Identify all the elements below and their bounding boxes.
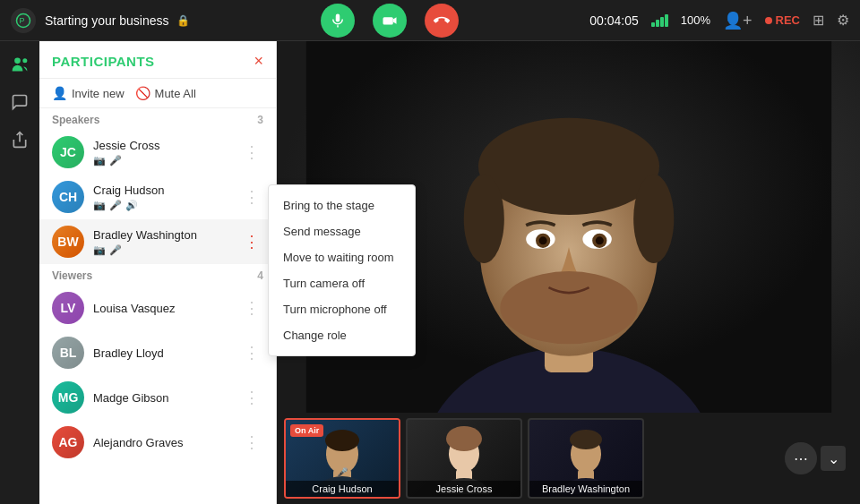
nav-chat-icon[interactable]	[4, 86, 36, 118]
call-timer: 00:04:05	[589, 13, 639, 28]
participant-craig-hudson[interactable]: CH Craig Hudson 📷 🎤 🔊 ⋮	[39, 175, 276, 219]
participant-more-button[interactable]: ⋮	[240, 429, 263, 456]
participant-bradley-washington[interactable]: BW Bradley Washington 📷 🎤 ⋮	[39, 219, 276, 264]
thumbnail-bradley-washington[interactable]: Bradley Washington	[528, 418, 644, 499]
layout-icon[interactable]: ⊞	[813, 12, 824, 29]
svg-point-15	[633, 175, 674, 263]
rec-label: REC	[776, 13, 800, 27]
participant-info-jessie: Jessie Cross 📷 🎤	[93, 139, 240, 167]
svg-point-7	[22, 58, 27, 63]
avatar-madge-gibson: MG	[52, 381, 84, 414]
thumbnail-label-bradley-w: Bradley Washington	[529, 481, 642, 497]
battery-level: 100%	[681, 13, 710, 27]
recording-indicator: REC	[765, 13, 800, 27]
viewers-count: 4	[257, 269, 263, 282]
svg-point-20	[538, 236, 546, 244]
mic-control-button[interactable]	[321, 4, 355, 38]
participant-list: Speakers 3 JC Jessie Cross 📷 🎤	[39, 108, 276, 504]
participant-info-madge: Madge Gibson	[93, 391, 240, 405]
lock-icon: 🔒	[176, 14, 190, 27]
context-turn-camera-off[interactable]: Turn camera off	[269, 270, 415, 296]
nav-share-icon[interactable]	[4, 124, 36, 156]
participant-more-button[interactable]: ⋮	[240, 339, 263, 366]
participant-name: Bradley Lloyd	[93, 346, 240, 360]
participant-more-button[interactable]: ⋮	[240, 139, 263, 166]
avatar-bradley-washington: BW	[52, 226, 84, 258]
mic-icon: 🎤	[109, 244, 122, 256]
mute-icon: 🚫	[135, 86, 150, 100]
participant-more-button[interactable]: ⋮	[240, 384, 263, 411]
thumbnail-craig-hudson[interactable]: On Air 🎤 Craig Hudson	[284, 418, 400, 499]
avatar-alejandro-graves: AG	[52, 426, 84, 458]
top-bar: P Starting your business 🔒 00:04:05 100%	[0, 0, 860, 41]
context-send-message[interactable]: Send message	[269, 218, 415, 244]
mic-icon: 🎤	[109, 200, 122, 211]
speakers-count: 3	[257, 114, 263, 126]
participant-controls: 📷 🎤	[93, 155, 240, 167]
cam-icon: 📷	[93, 155, 106, 167]
end-call-button[interactable]	[425, 4, 459, 38]
participant-alejandro-graves[interactable]: AG Alejandro Graves ⋮	[39, 420, 276, 465]
participant-more-button[interactable]: ⋮	[240, 295, 263, 321]
participant-more-button[interactable]: ⋮	[240, 184, 263, 210]
participant-name: Louisa Vasquez	[93, 302, 240, 315]
participant-info-bradley: Bradley Washington 📷 🎤	[93, 228, 240, 256]
thumbnail-jessie-cross[interactable]: Jessie Cross	[406, 418, 522, 499]
participant-jessie-cross[interactable]: JC Jessie Cross 📷 🎤 ⋮	[39, 130, 276, 175]
participant-info-bradley-lloyd: Bradley Lloyd	[93, 346, 240, 360]
thumbnail-expand-button[interactable]: ⌄	[821, 446, 846, 471]
participant-info-louisa: Louisa Vasquez	[93, 302, 240, 315]
participant-context-menu: Bring to the stage Send message Move to …	[268, 184, 416, 356]
participant-name: Jessie Cross	[93, 139, 240, 152]
participant-more-button-active[interactable]: ⋮	[240, 228, 263, 255]
participant-controls: 📷 🎤	[93, 244, 240, 256]
participant-bradley-lloyd[interactable]: BL Bradley Lloyd ⋮	[39, 330, 276, 375]
svg-point-21	[595, 236, 603, 244]
participant-name: Craig Hudson	[93, 184, 240, 197]
context-change-role[interactable]: Change role	[269, 322, 415, 348]
context-bring-to-stage[interactable]: Bring to the stage	[269, 192, 415, 218]
avatar-jessie-cross: JC	[52, 136, 84, 168]
svg-text:P: P	[20, 16, 25, 25]
left-nav	[0, 41, 39, 504]
mute-all-label: Mute All	[155, 87, 196, 100]
viewers-label: Viewers	[52, 269, 92, 282]
nav-participants-icon[interactable]	[4, 48, 36, 81]
context-move-waiting-room[interactable]: Move to waiting room	[269, 244, 415, 270]
cam-icon: 📷	[93, 200, 106, 211]
sidebar-close-button[interactable]: ×	[254, 52, 263, 71]
invite-button[interactable]: 👤 Invite new	[52, 86, 125, 100]
participant-name: Alejandro Graves	[93, 436, 240, 449]
participant-louisa-vasquez[interactable]: LV Louisa Vasquez ⋮	[39, 286, 276, 330]
signal-strength	[651, 14, 668, 27]
participant-name: Bradley Washington	[93, 228, 240, 242]
meeting-title: Starting your business	[45, 13, 169, 28]
mic-active-indicator: 🎤	[337, 467, 348, 477]
participant-madge-gibson[interactable]: MG Madge Gibson ⋮	[39, 375, 276, 420]
avatar-bradley-lloyd: BL	[52, 337, 84, 369]
thumbnail-bar: On Air 🎤 Craig Hudson Jessie Cros	[277, 413, 860, 504]
thumbnail-more-button[interactable]: ⋯	[785, 442, 817, 474]
avatar-louisa-vasquez: LV	[52, 292, 84, 324]
add-participant-icon[interactable]: 👤+	[723, 11, 752, 30]
svg-point-13	[477, 118, 658, 215]
rec-dot	[765, 17, 772, 24]
settings-icon[interactable]: ⚙	[837, 12, 849, 29]
context-turn-mic-off[interactable]: Turn microphone off	[269, 296, 415, 322]
viewers-section-label: Viewers 4	[39, 264, 276, 286]
svg-rect-2	[336, 13, 340, 21]
svg-point-14	[463, 175, 503, 263]
app-logo: P	[11, 8, 36, 33]
invite-label: Invite new	[72, 87, 125, 100]
sidebar-header: PARTICIPANTS ×	[39, 41, 276, 79]
participant-info-alejandro: Alejandro Graves	[93, 436, 240, 449]
speakers-label: Speakers	[52, 114, 99, 126]
top-bar-right: 00:04:05 100% 👤+ REC ⊞ ⚙	[589, 11, 849, 30]
mute-all-button[interactable]: 🚫 Mute All	[135, 86, 196, 100]
camera-control-button[interactable]	[373, 4, 407, 38]
on-air-badge: On Air	[290, 424, 323, 437]
volume-icon: 🔊	[125, 200, 138, 211]
svg-marker-5	[393, 17, 397, 24]
top-bar-controls	[190, 4, 590, 38]
svg-point-22	[500, 271, 637, 344]
